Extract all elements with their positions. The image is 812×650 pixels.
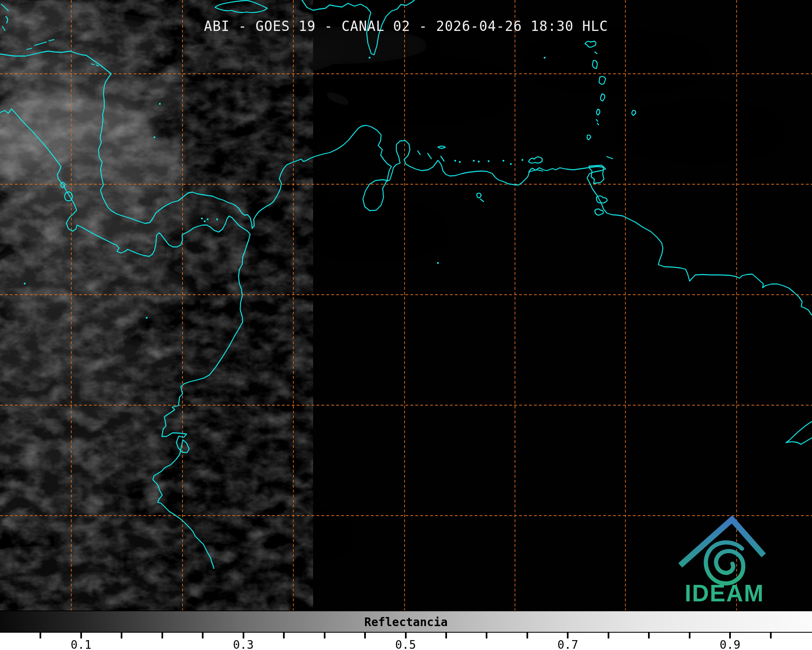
island-dot [159, 103, 161, 105]
island-dot [154, 136, 156, 138]
island-dot [544, 57, 546, 59]
colorbar-tick [364, 633, 366, 638]
colorbar-tick [729, 633, 731, 638]
island-dot [201, 218, 203, 220]
logo-hurricane-spiral [706, 542, 743, 583]
colorbar-tick-label: 0.1 [71, 638, 92, 650]
island-dot [473, 160, 475, 162]
colorbar-tick [405, 633, 407, 638]
colorbar-tick [202, 633, 204, 638]
image-title: ABI - GOES 19 - CANAL 02 - 2026-04-26 18… [0, 18, 812, 34]
colorbar-tick [283, 633, 285, 638]
colorbar-tick [608, 633, 609, 638]
island-dot [146, 317, 148, 319]
island-dot [454, 160, 456, 162]
colorbar-tick-label: 0.3 [233, 638, 254, 650]
colorbar-tick [527, 633, 528, 638]
colorbar-tick [770, 633, 772, 638]
reflectance-colorbar: Reflectancia [0, 610, 812, 633]
colorbar-tick [689, 633, 690, 638]
island-dot [216, 218, 218, 221]
colorbar-tick [324, 633, 325, 638]
colorbar-tick-label: 0.9 [720, 638, 741, 650]
cloud-blob [305, 212, 437, 249]
island-dot [488, 160, 490, 162]
cloud-blob [536, 41, 700, 82]
cloud-blob [626, 113, 775, 150]
island-dot [459, 161, 461, 163]
cloud-texture-overlay [0, 0, 313, 610]
island-dot [207, 218, 209, 221]
colorbar-tick-label: 0.7 [557, 638, 578, 650]
colorbar-tick [243, 633, 244, 638]
colorbar-tick [40, 633, 41, 638]
colorbar-tick [567, 633, 569, 638]
colorbar-tick [486, 633, 487, 638]
colorbar-tick [121, 633, 122, 638]
colorbar-tick [648, 633, 650, 638]
island-dot [478, 161, 480, 163]
island-dot [24, 283, 26, 285]
satellite-viewer: ABI - GOES 19 - CANAL 02 - 2026-04-26 18… [0, 0, 812, 650]
island-dot [522, 159, 524, 161]
island-dot [204, 221, 206, 223]
island-dot [510, 163, 512, 165]
colorbar-tick [445, 633, 447, 638]
logo-text: IDEAM [685, 580, 764, 606]
island-dot [503, 160, 505, 162]
island-dot [369, 57, 371, 59]
island-dot [437, 262, 439, 264]
colorbar-label: Reflectancia [0, 615, 812, 629]
colorbar-tick-label: 0.5 [395, 638, 416, 650]
colorbar-tick [80, 633, 82, 638]
ideam-logo: IDEAM [675, 514, 772, 608]
colorbar-axis: 0.10.30.50.70.9 [0, 633, 812, 650]
colorbar-tick [161, 633, 163, 638]
